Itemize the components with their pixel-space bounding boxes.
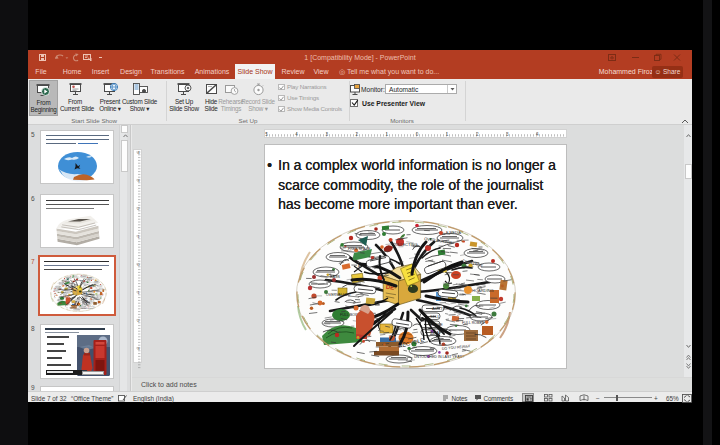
svg-text:1 [Compatibility Mode] - Power: 1 [Compatibility Mode] - PowerPoint — [304, 54, 415, 62]
svg-text:1: 1 — [446, 132, 449, 137]
svg-text:0: 0 — [416, 132, 419, 137]
svg-text:3: 3 — [506, 132, 509, 137]
svg-text:4: 4 — [536, 132, 539, 137]
svg-text:2: 2 — [356, 132, 359, 137]
svg-text:5: 5 — [265, 132, 268, 137]
svg-text:2: 2 — [476, 132, 479, 137]
svg-text:3: 3 — [325, 132, 328, 137]
svg-text:4: 4 — [295, 132, 298, 137]
svg-text:1: 1 — [386, 132, 389, 137]
